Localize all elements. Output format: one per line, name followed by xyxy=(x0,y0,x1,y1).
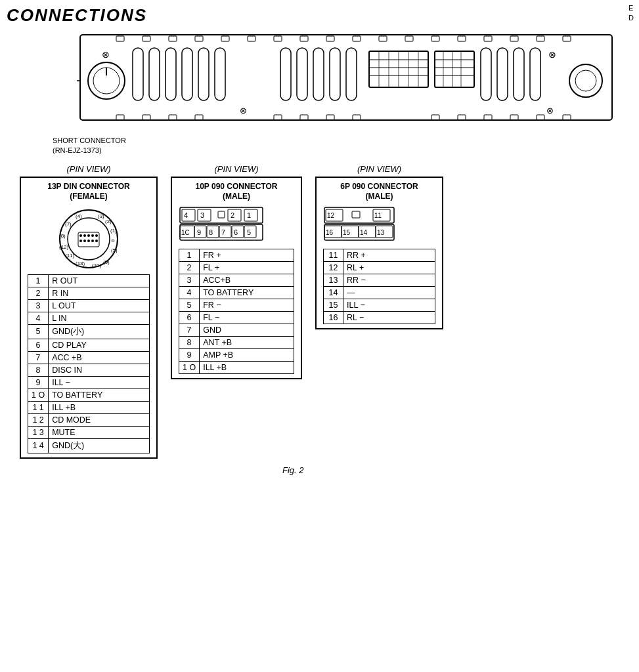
svg-rect-105 xyxy=(218,211,225,218)
svg-rect-8 xyxy=(300,36,308,41)
svg-text:14: 14 xyxy=(360,229,368,236)
table-row: 6FL − xyxy=(179,311,294,324)
pin-number: 7 xyxy=(179,324,200,336)
pin-label: — xyxy=(343,286,435,299)
svg-rect-70 xyxy=(510,115,518,120)
svg-rect-4 xyxy=(195,36,203,41)
table-row: 4L IN xyxy=(28,312,150,324)
svg-rect-16 xyxy=(510,36,518,41)
table-row: 15ILL − xyxy=(324,299,435,311)
pin-label: FL + xyxy=(200,261,294,274)
svg-text:(7): (7) xyxy=(65,221,72,227)
svg-rect-68 xyxy=(458,115,466,120)
table-row: 1 1ILL +B xyxy=(28,401,150,413)
svg-rect-60 xyxy=(143,115,150,120)
short-connector-label: SHORT CONNECTOR(RN-EJZ-1373) xyxy=(53,136,632,156)
circular-connector-13p: (3) (2) (1) (4) (7) (8) (12) (11) (13) (… xyxy=(56,206,121,272)
svg-point-84 xyxy=(87,240,90,242)
table-row: 5GND(小) xyxy=(28,324,150,339)
pin-label: RL − xyxy=(343,311,435,324)
pin-label: R OUT xyxy=(49,274,150,287)
svg-text:(13): (13) xyxy=(76,261,85,266)
pin-label: DISC IN xyxy=(49,364,150,376)
svg-rect-51 xyxy=(497,48,508,100)
pin-label: GND xyxy=(200,324,294,336)
pin-label: GND(小) xyxy=(49,324,150,339)
svg-text:5: 5 xyxy=(247,228,251,236)
svg-rect-2 xyxy=(143,36,150,41)
svg-text:(1): (1) xyxy=(110,228,117,234)
svg-rect-23 xyxy=(133,48,143,100)
svg-rect-6 xyxy=(248,36,255,41)
pin-number: 6 xyxy=(28,339,49,351)
svg-rect-27 xyxy=(198,48,209,100)
pin-label: FL − xyxy=(200,311,294,324)
svg-rect-9 xyxy=(326,36,334,41)
svg-point-77 xyxy=(79,234,82,237)
table-row: 5FR − xyxy=(179,299,294,311)
svg-text:16: 16 xyxy=(326,229,334,236)
svg-text:6: 6 xyxy=(234,228,238,236)
pin-label: AMP +B xyxy=(200,348,294,361)
pin-number: 4 xyxy=(28,312,49,324)
pin-label: FR + xyxy=(200,249,294,261)
table-row: 8ANT +B xyxy=(179,336,294,348)
svg-text:(3): (3) xyxy=(98,213,104,219)
pin-number: 4 xyxy=(179,286,200,299)
svg-rect-66 xyxy=(353,115,361,120)
svg-rect-31 xyxy=(313,48,324,100)
svg-rect-7 xyxy=(274,36,282,41)
svg-rect-12 xyxy=(405,36,413,41)
pin-number: 2 xyxy=(179,261,200,274)
pin-label: ACC+B xyxy=(200,274,294,286)
table-row: 2R IN xyxy=(28,287,150,299)
pin-view-label-10p: (PIN VIEW) xyxy=(214,164,258,174)
connector-title-13p: 13P DIN CONNECTOR(FEMALE) xyxy=(28,182,150,202)
svg-text:3: 3 xyxy=(200,211,204,219)
table-row: 14— xyxy=(324,286,435,299)
svg-rect-15 xyxy=(484,36,492,41)
svg-text:12: 12 xyxy=(327,212,335,219)
svg-point-81 xyxy=(95,234,98,237)
table-row: 1 3MUTE xyxy=(28,426,150,438)
svg-rect-67 xyxy=(431,115,439,120)
table-row: 7ACC +B xyxy=(28,351,150,364)
svg-rect-29 xyxy=(280,48,291,100)
pin-view-label-6p: (PIN VIEW) xyxy=(357,164,401,174)
svg-text:4: 4 xyxy=(184,211,188,219)
pin-view-label-13p: (PIN VIEW) xyxy=(66,164,110,174)
pin-number: 1 O xyxy=(28,388,49,401)
pin-block-6p: (PIN VIEW) 6P 090 CONNECTOR(MALE) 12 11 xyxy=(315,164,443,329)
svg-rect-65 xyxy=(326,115,334,120)
svg-point-82 xyxy=(79,240,82,242)
table-row: 3ACC+B xyxy=(179,274,294,286)
svg-text:(4): (4) xyxy=(76,213,82,219)
svg-rect-61 xyxy=(169,115,177,120)
pin-label: RR − xyxy=(343,274,435,286)
table-row: 8DISC IN xyxy=(28,364,150,376)
pin-label: TO BATTERY xyxy=(200,286,294,299)
pin-label: ILL +B xyxy=(200,361,294,373)
corner-marks: ED xyxy=(628,3,634,24)
pin-label: GND(大) xyxy=(49,438,150,453)
svg-rect-28 xyxy=(215,48,225,100)
table-row: 11RR + xyxy=(324,249,435,261)
svg-text:2: 2 xyxy=(231,211,234,219)
pin-number: 15 xyxy=(324,299,343,311)
svg-point-55 xyxy=(569,64,602,97)
pin-number: 1 O xyxy=(179,361,200,373)
pin-number: 7 xyxy=(28,351,49,364)
grid-connector-10p: 4 3 2 1 1C 9 xyxy=(179,206,294,245)
pin-number: 6 xyxy=(179,311,200,324)
table-row: 2FL + xyxy=(179,261,294,274)
pin-number: 3 xyxy=(179,274,200,286)
svg-text:⊗: ⊗ xyxy=(102,49,110,60)
svg-rect-1 xyxy=(116,36,124,41)
pin-label: L OUT xyxy=(49,299,150,312)
pin-label: RR + xyxy=(343,249,435,261)
svg-point-78 xyxy=(83,234,86,237)
table-row: 13RR − xyxy=(324,274,435,286)
svg-rect-18 xyxy=(563,36,571,41)
svg-text:⊗: ⊗ xyxy=(240,106,247,116)
svg-point-80 xyxy=(91,234,94,237)
